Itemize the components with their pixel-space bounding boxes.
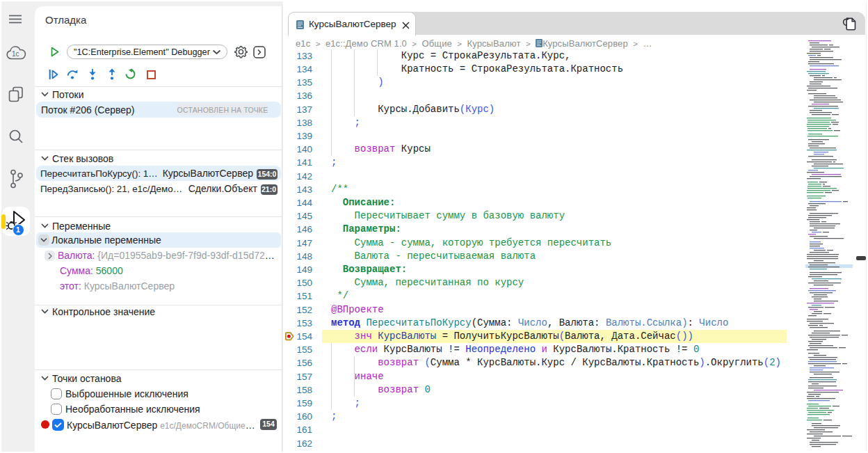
svg-text:1c: 1c	[12, 50, 19, 58]
